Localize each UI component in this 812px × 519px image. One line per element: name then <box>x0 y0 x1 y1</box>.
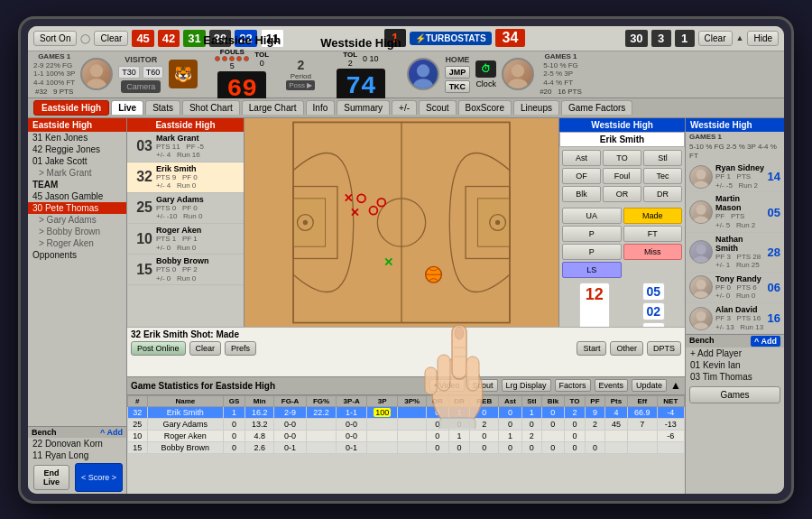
stats-row-bobby-brown[interactable]: 15 Bobby Brown 0 2.6 0-1 0-1 0 <box>128 441 685 453</box>
to-button[interactable]: TO <box>603 150 641 166</box>
start-button[interactable]: Start <box>577 341 606 356</box>
clear-event-button[interactable]: Clear <box>189 341 222 356</box>
tab-scout[interactable]: Scout <box>419 100 457 115</box>
t60-btn[interactable]: T60 <box>143 66 164 79</box>
player-mark-grant[interactable]: > Mark Grant <box>28 167 126 179</box>
blk-button[interactable]: Blk <box>562 186 601 202</box>
tab-boxscore[interactable]: BoxScore <box>458 100 512 115</box>
stats-row-erik-smith[interactable]: 32 Erik Smith 1 16.2 2-9 22.2 1-1 100 <box>128 406 685 418</box>
add-right-button[interactable]: ^ Add <box>751 336 780 347</box>
camera-btn[interactable]: Camera <box>121 80 161 93</box>
update-button[interactable]: Update <box>632 379 667 392</box>
prefs-button[interactable]: Prefs <box>225 341 256 356</box>
add-text[interactable]: ^ Add <box>100 428 123 437</box>
tec-button[interactable]: Tec <box>643 168 682 184</box>
rp-tony-randy[interactable]: Tony Randy PF 0 PTS 6+/- 0 Run 0 06 <box>686 273 784 303</box>
player-card-gary-adams[interactable]: 25 Gary Adams PTS 0 PF 0+/- -10 Run 0 <box>127 193 244 224</box>
score-button[interactable]: < Score > <box>75 463 123 492</box>
tab-summary[interactable]: Summary <box>337 100 390 115</box>
post-online-button[interactable]: Post Online <box>131 341 186 356</box>
player-pete-thomas[interactable]: 30 Pete Thomas <box>28 202 126 214</box>
cell-fga-25: 0-0 <box>274 418 306 430</box>
score-31[interactable]: 31 <box>183 30 205 47</box>
rp-nathan-smith[interactable]: Nathan Smith PF 3 PTS 28+/- 1 Run 25 28 <box>686 233 784 273</box>
ast-button[interactable]: Ast <box>562 150 601 166</box>
cell-ast-32: 0 <box>499 406 522 418</box>
factors-button[interactable]: Factors <box>555 379 591 392</box>
p2-button[interactable]: P <box>562 244 622 260</box>
jmp-button[interactable]: JMP <box>445 66 471 79</box>
tab-live[interactable]: Live <box>111 100 143 115</box>
cell-gs-25: 0 <box>224 418 245 430</box>
rp-martin-mason[interactable]: Martin Mason PF PTS+/- 5 Run 2 05 <box>686 192 784 232</box>
made-button[interactable]: Made <box>623 208 683 224</box>
sort-on-button[interactable]: Sort On <box>33 31 77 46</box>
hide-button[interactable]: Hide <box>747 31 779 46</box>
cell-dr-15: 0 <box>448 441 470 453</box>
bench-tim-thomas[interactable]: 03 Tim Thomas <box>686 371 784 383</box>
clear-button-2[interactable]: Clear <box>698 31 733 46</box>
tab-shot-chart[interactable]: Shot Chart <box>182 100 240 115</box>
ls-button[interactable]: LS <box>562 262 622 278</box>
other-button[interactable]: Other <box>610 341 643 356</box>
bench-donovan-korn[interactable]: 22 Donovan Korn <box>28 438 126 449</box>
action-header: Eastside High <box>127 118 244 132</box>
stl-button[interactable]: Stl <box>643 150 682 166</box>
games-stats-right: 5-10 % FG2-5 % 3P4-4 % FT <box>543 61 578 88</box>
main-content: Eastside High 31 Ken Jones 42 Reggie Jon… <box>28 118 784 494</box>
col-blk: Blk <box>541 395 564 406</box>
score-42[interactable]: 42 <box>158 30 180 47</box>
lrg-display-button[interactable]: Lrg Display <box>502 379 551 392</box>
player-card-bobby-brown[interactable]: 15 Bobby Brown PTS 0 PF 2+/- 0 Run 0 <box>127 255 244 285</box>
video-button[interactable]: • Video <box>429 379 465 392</box>
rp-alan-david[interactable]: Alan David PF 3 PTS 16+/- 13 Run 13 16 <box>686 303 784 334</box>
player-opponents-left[interactable]: Opponents <box>28 249 126 261</box>
fouls-area-left: FOULS 5 <box>215 48 249 70</box>
t30-btn[interactable]: T30 <box>118 66 140 79</box>
tol-label: TOL <box>254 51 269 59</box>
dpts-button[interactable]: DPTS <box>647 341 681 356</box>
of-button[interactable]: OF <box>562 168 601 184</box>
miss-button[interactable]: Miss <box>623 244 683 260</box>
tab-large-chart[interactable]: Large Chart <box>242 100 304 115</box>
stats-row-gary-adams[interactable]: 25 Gary Adams 0 13.2 0-0 0-0 0 <box>128 418 685 430</box>
or-button[interactable]: OR <box>603 186 641 202</box>
rp-stats-martin-mason: PF PTS+/- 5 Run 2 <box>715 212 765 229</box>
tab-stats[interactable]: Stats <box>145 100 180 115</box>
tkc-button[interactable]: TKC <box>445 80 471 93</box>
scout-button[interactable]: Scout <box>468 379 498 392</box>
stats-row-roger-aken[interactable]: 10 Roger Aken 0 4.8 0-0 0-0 0 <box>128 430 685 441</box>
ua-button[interactable]: UA <box>562 208 622 224</box>
player-roger-aken[interactable]: > Roger Aken <box>28 237 126 249</box>
end-live-button[interactable]: End Live <box>33 465 69 490</box>
tab-info[interactable]: Info <box>306 100 336 115</box>
p-button[interactable]: P <box>562 226 622 242</box>
rp-ryan-sidney[interactable]: Ryan Sidney PF 1 PTS+/- -5 Run 2 14 <box>686 162 784 192</box>
tab-plus-minus[interactable]: +/- <box>392 100 417 115</box>
player-jason-gamble[interactable]: 45 Jason Gamble <box>28 190 126 202</box>
tab-game-factors[interactable]: Game Factors <box>561 100 632 115</box>
eastside-tab[interactable]: Eastside High <box>33 100 109 116</box>
tol-area-left: TOL 0 <box>254 51 269 68</box>
basketball-court[interactable] <box>245 118 558 327</box>
player-team[interactable]: TEAM <box>28 179 126 190</box>
player-jake-scott[interactable]: 01 Jake Scott <box>28 155 126 167</box>
player-card-roger-aken[interactable]: 10 Roger Aken PTS 1 PF 1+/- 0 Run 0 <box>127 224 244 255</box>
bench-ryan-long[interactable]: 11 Ryan Long <box>28 449 126 461</box>
tab-lineups[interactable]: Lineups <box>513 100 559 115</box>
games-button[interactable]: Games <box>689 386 780 403</box>
player-ken-jones[interactable]: 31 Ken Jones <box>28 132 126 144</box>
clear-button-1[interactable]: Clear <box>94 31 128 46</box>
player-card-erik-smith[interactable]: 32 Erik Smith PTS 9 PF 0+/- 4 Run 0 <box>127 162 244 193</box>
foul-button[interactable]: Foul <box>603 168 641 184</box>
ft-button[interactable]: FT <box>623 226 683 242</box>
player-card-mark-grant[interactable]: 03 Mark Grant PTS 11 PF -5+/- 4 Run 16 <box>127 132 244 162</box>
bench-kevin-ian[interactable]: 01 Kevin Ian <box>686 359 784 371</box>
dr-button[interactable]: DR <box>643 186 682 202</box>
player-gary-adams[interactable]: > Gary Adams <box>28 214 126 226</box>
score-45[interactable]: 45 <box>132 30 153 47</box>
events-button[interactable]: Events <box>595 379 629 392</box>
player-bobby-brown[interactable]: > Bobby Brown <box>28 226 126 237</box>
bench-add-player[interactable]: + Add Player <box>686 348 784 359</box>
player-reggie-jones[interactable]: 42 Reggie Jones <box>28 144 126 155</box>
